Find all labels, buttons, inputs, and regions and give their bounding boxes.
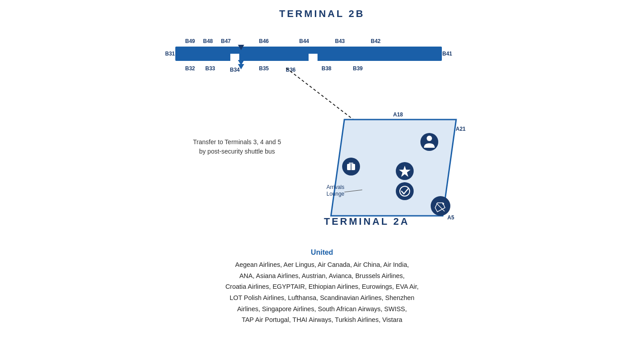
svg-point-36 — [400, 186, 410, 196]
svg-text:B48: B48 — [203, 38, 213, 44]
svg-line-39 — [436, 203, 445, 211]
airlines-united-label: United — [225, 246, 419, 258]
svg-marker-23 — [331, 120, 456, 216]
svg-point-29 — [342, 158, 360, 176]
svg-point-28 — [427, 136, 432, 141]
svg-text:B44: B44 — [299, 38, 309, 44]
svg-text:B47: B47 — [221, 38, 231, 44]
svg-text:B39: B39 — [353, 65, 363, 72]
svg-rect-31 — [349, 163, 353, 165]
svg-point-37 — [431, 196, 450, 216]
svg-marker-4 — [238, 60, 244, 65]
svg-rect-1 — [230, 54, 239, 61]
svg-rect-0 — [175, 47, 442, 61]
svg-point-27 — [420, 133, 438, 151]
svg-text:Arrivals: Arrivals — [326, 184, 344, 190]
svg-text:A21: A21 — [456, 126, 466, 132]
svg-text:A18: A18 — [393, 111, 403, 118]
svg-line-43 — [344, 190, 362, 192]
svg-point-35 — [396, 182, 414, 200]
svg-text:B32: B32 — [185, 65, 195, 72]
svg-rect-2 — [309, 54, 318, 61]
svg-text:B49: B49 — [185, 38, 195, 44]
terminal-2b-title: TERMINAL 2B — [279, 8, 365, 20]
transfer-text: Transfer to Terminals 3, 4 and 5 by post… — [188, 137, 286, 156]
svg-text:B41: B41 — [442, 51, 452, 57]
svg-line-22 — [286, 68, 353, 120]
svg-text:A5: A5 — [447, 214, 454, 221]
svg-text:B43: B43 — [335, 38, 345, 44]
svg-text:B35: B35 — [259, 65, 269, 72]
svg-text:B31: B31 — [165, 51, 175, 57]
svg-point-33 — [396, 162, 414, 180]
svg-marker-5 — [238, 64, 244, 69]
svg-marker-34 — [399, 166, 411, 177]
airlines-section: United Aegean Airlines, Aer Lingus, Air … — [225, 246, 419, 326]
airlines-list: Aegean Airlines, Aer Lingus, Air Canada,… — [225, 259, 419, 326]
svg-text:B36: B36 — [286, 67, 296, 73]
svg-text:Lounge: Lounge — [326, 191, 344, 197]
page-container: TERMINAL 2B B49 B48 B47 B46 — [0, 0, 644, 347]
terminal-2a-title: TERMINAL 2A — [286, 216, 447, 227]
map-area: B49 B48 B47 B46 B44 B43 B42 B31 B41 B32 … — [165, 23, 479, 243]
svg-point-40 — [442, 203, 444, 205]
svg-text:B42: B42 — [371, 38, 381, 44]
svg-marker-38 — [435, 203, 445, 212]
svg-text:B33: B33 — [205, 65, 215, 72]
svg-text:B46: B46 — [259, 38, 269, 44]
svg-text:B34: B34 — [230, 67, 240, 73]
svg-marker-3 — [238, 45, 244, 50]
svg-rect-30 — [347, 164, 355, 170]
svg-text:B38: B38 — [322, 65, 331, 72]
